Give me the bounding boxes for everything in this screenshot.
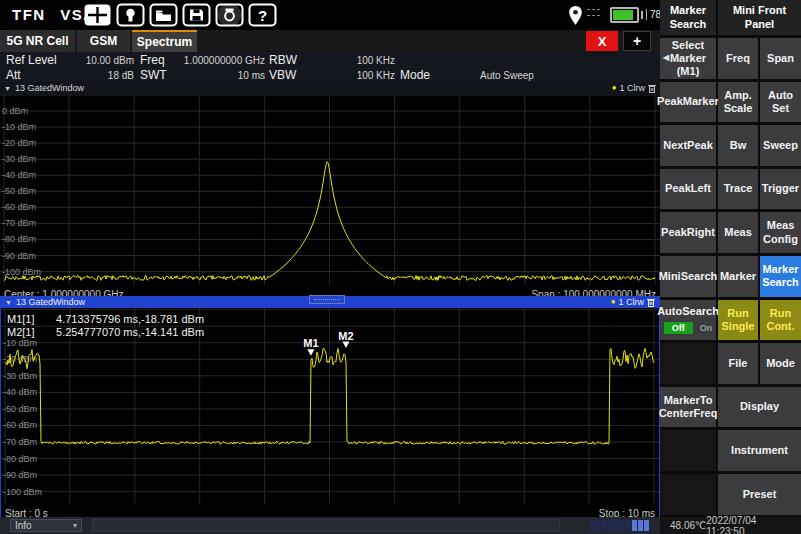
preset-button[interactable]: Preset xyxy=(718,474,801,515)
save-icon[interactable] xyxy=(182,3,211,27)
mini-front-panel-header: Mini Front Panel xyxy=(718,0,801,35)
svg-text:0 dBm: 0 dBm xyxy=(2,106,28,116)
trace-color-dot: ● xyxy=(612,84,617,92)
help-icon[interactable]: ? xyxy=(248,3,277,27)
rbw-value: 100 KHz xyxy=(340,55,395,66)
auto-set-button[interactable]: Auto Set xyxy=(760,82,801,123)
svg-text:-80 dBm: -80 dBm xyxy=(2,234,36,244)
svg-text:-70 dBm: -70 dBm xyxy=(3,437,37,447)
light-icon[interactable] xyxy=(116,3,145,27)
run-single-button[interactable]: Run Single xyxy=(718,300,758,341)
left-arrow-icon: ◀ xyxy=(663,54,669,64)
close-tab-button[interactable]: X xyxy=(586,31,618,51)
vsa-app: TFN VSA ? 78% xyxy=(0,0,801,534)
span-button[interactable]: Span xyxy=(760,38,801,79)
window-title: 13 GatedWindow xyxy=(16,297,85,307)
meas-config-button[interactable]: Meas Config xyxy=(760,212,801,253)
next-peak-button[interactable]: NextPeak xyxy=(660,125,716,166)
marker-search-button[interactable]: Marker Search xyxy=(760,256,801,297)
svg-text:-30 dBm: -30 dBm xyxy=(3,371,37,381)
mini-search-button[interactable]: MiniSearch xyxy=(660,256,716,297)
sweep-button[interactable]: Sweep xyxy=(760,125,801,166)
open-folder-icon[interactable] xyxy=(149,3,178,27)
mode-label: Mode xyxy=(400,68,430,82)
marker-value: 5.254777070 ms,-14.141 dBm xyxy=(56,326,204,338)
freq-value: 1.000000000 GHz xyxy=(170,55,265,66)
svg-text:-70 dBm: -70 dBm xyxy=(2,218,36,228)
marker-button[interactable]: Marker xyxy=(718,256,758,297)
bw-button[interactable]: Bw xyxy=(718,125,758,166)
marker-to-centerfreq-button[interactable]: MarkerTo CenterFreq xyxy=(660,387,716,428)
ref-level-label: Ref Level xyxy=(6,53,57,67)
marker-name: M1[1] xyxy=(7,313,53,326)
battery-icon xyxy=(610,7,639,23)
svg-text:-90 dBm: -90 dBm xyxy=(3,470,37,480)
trash-icon[interactable] xyxy=(648,84,656,93)
trace-label: 1 Clrw xyxy=(618,297,644,307)
trash-icon[interactable] xyxy=(647,298,655,307)
svg-text:-60 dBm: -60 dBm xyxy=(2,202,36,212)
auto-search-on-toggle[interactable]: On xyxy=(700,323,713,334)
svg-text:?: ? xyxy=(258,7,267,24)
rbw-label: RBW xyxy=(269,53,297,67)
svg-text:-80 dBm: -80 dBm xyxy=(3,454,37,464)
collapse-icon[interactable]: ▼ xyxy=(4,85,11,92)
svg-text:-100 dBm: -100 dBm xyxy=(2,267,41,277)
vbw-value: 100 KHz xyxy=(340,70,395,81)
window-title: 13 GatedWindow xyxy=(15,83,84,93)
att-label: Att xyxy=(6,68,21,82)
peak-marker-button[interactable]: PeakMarker xyxy=(660,82,716,123)
instrument-button[interactable]: Instrument xyxy=(718,430,801,471)
peak-right-button[interactable]: PeakRight xyxy=(660,212,716,253)
svg-text:-10 dBm: -10 dBm xyxy=(3,338,37,348)
window-splitter-handle[interactable] xyxy=(309,295,345,304)
file-button[interactable]: File xyxy=(718,343,758,384)
trace-button[interactable]: Trace xyxy=(718,169,758,210)
trace-color-dot: ● xyxy=(611,298,616,306)
gps-list-icon xyxy=(587,9,600,21)
tab-5g-nr-cell[interactable]: 5G NR Cell xyxy=(0,30,75,52)
swt-label: SWT xyxy=(140,68,167,82)
add-tab-button[interactable]: + xyxy=(623,31,651,51)
svg-text:-50 dBm: -50 dBm xyxy=(3,404,37,414)
meas-button[interactable]: Meas xyxy=(718,212,758,253)
svg-text:-10 dBm: -10 dBm xyxy=(2,122,36,132)
trigger-button[interactable]: Trigger xyxy=(760,169,801,210)
freq-button[interactable]: Freq xyxy=(718,38,758,79)
trace-label: 1 Clrw xyxy=(619,83,645,93)
svg-text:M2: M2 xyxy=(338,330,353,342)
peak-left-button[interactable]: PeakLeft xyxy=(660,169,716,210)
tab-spectrum[interactable]: Spectrum xyxy=(132,30,197,52)
collapse-icon[interactable]: ▼ xyxy=(5,299,12,306)
auto-search-off-toggle[interactable]: Off xyxy=(664,322,693,335)
display-button[interactable]: Display xyxy=(718,387,801,428)
marker-value: 4.713375796 ms,-18.781 dBm xyxy=(56,313,204,325)
spectrum-plot[interactable]: 0 dBm-10 dBm-20 dBm-30 dBm-40 dBm-50 dBm… xyxy=(0,94,660,285)
marker-name: M2[1] xyxy=(7,326,53,339)
svg-text:-40 dBm: -40 dBm xyxy=(2,170,36,180)
svg-text:-90 dBm: -90 dBm xyxy=(2,251,36,261)
run-cont-button[interactable]: Run Cont. xyxy=(760,300,801,341)
tab-gsm[interactable]: GSM xyxy=(77,30,130,52)
auto-search-button[interactable]: AutoSearch Off On xyxy=(660,300,716,341)
mode-button[interactable]: Mode xyxy=(760,343,801,384)
dropdown-arrow-icon: ▾ xyxy=(73,521,77,530)
toolbar-icons: ? xyxy=(83,3,277,27)
amp-scale-button[interactable]: Amp. Scale xyxy=(718,82,758,123)
marker-readout-row: M1[1] 4.713375796 ms,-18.781 dBm xyxy=(7,313,204,326)
info-message-area xyxy=(92,519,560,532)
swt-value: 10 ms xyxy=(170,70,265,81)
sweep-meter xyxy=(590,520,649,531)
windows-icon[interactable] xyxy=(83,3,112,27)
measurement-tab-bar: 5G NR Cell GSM Spectrum X + xyxy=(0,30,660,52)
screenshot-camera-icon[interactable] xyxy=(215,3,244,27)
select-marker-button[interactable]: ◀ SelectMarker(M1) xyxy=(660,38,716,79)
empty-softkey xyxy=(660,474,716,515)
spectrum-window-header[interactable]: ▼ 13 GatedWindow ● 1 Clrw xyxy=(0,82,660,94)
battery-tip xyxy=(641,11,643,19)
info-dropdown[interactable]: Info ▾ xyxy=(10,519,82,532)
gated-window: ▼ 13 GatedWindow ● 1 Clrw -10 dBm-20 dBm… xyxy=(0,296,660,517)
svg-text:M1: M1 xyxy=(303,337,318,349)
info-dropdown-label: Info xyxy=(15,520,32,531)
vbw-label: VBW xyxy=(269,68,296,82)
